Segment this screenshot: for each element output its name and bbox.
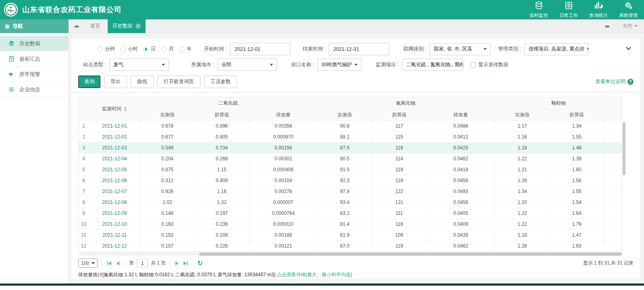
table-row[interactable]: 22021-12-020.6770.9050.00097088.11150.04…	[79, 132, 622, 143]
monitor-time-cell: 2021-12-03	[89, 143, 140, 153]
table-row[interactable]: 82021-12-081.021.320.00050793.41210.0456…	[79, 197, 622, 208]
col-subheader	[604, 109, 622, 121]
close-tab-icon[interactable]: ×	[135, 23, 141, 29]
monitor-time-cell: 2021-12-01	[89, 121, 140, 132]
value-cell: 1.02	[140, 197, 195, 208]
value-cell: 0.209	[195, 230, 249, 241]
direct-data-label: 显示直传数据	[478, 61, 509, 68]
value-cell: 0.157	[140, 241, 195, 252]
sidebar-item-exceed-summary[interactable]: 超标汇总	[0, 51, 68, 67]
vertical-scrollbar[interactable]	[623, 122, 625, 175]
horizontal-scrollbar-thumb[interactable]	[199, 252, 622, 256]
monitor-time-cell: 2021-12-11	[89, 230, 140, 241]
radio-label: 分钟	[105, 46, 115, 53]
unit-description-link[interactable]: 查看单位说明 ?	[595, 78, 634, 85]
start-time-input[interactable]	[230, 43, 290, 55]
value-cell: 1.60	[550, 164, 604, 175]
table-row[interactable]: 112021-12-110.1530.2090.0018881.91090.04…	[79, 230, 622, 241]
first-page-button[interactable]	[106, 261, 113, 265]
divider	[170, 260, 170, 267]
value-cell: 121	[372, 197, 427, 208]
refresh-icon[interactable]: ↻	[197, 260, 202, 267]
table-row[interactable]: 122021-12-120.1570.2260.0012187.01190.04…	[79, 241, 622, 252]
table-row[interactable]: 92021-12-090.1480.1970.000076483.21110.0…	[79, 208, 622, 219]
value-cell	[604, 230, 622, 241]
row-index-cell: 4	[79, 153, 89, 164]
collapse-filters-icon[interactable]	[626, 45, 631, 50]
city-select[interactable]: 全部	[217, 59, 277, 71]
close-tabs-label: 关闭	[623, 23, 632, 29]
topnav-query-stats[interactable]: 查询统计	[589, 1, 608, 19]
monitor-time-cell: 2021-12-06	[89, 175, 140, 186]
open-new-query-button[interactable]: 打开新查询页	[157, 76, 200, 88]
manage-type-select[interactable]: 违规项目, 高架源, 重点排	[524, 43, 589, 55]
tabs-scroll-left-icon[interactable]: ◀◀	[69, 24, 83, 28]
value-cell	[604, 197, 622, 208]
sidebar-item-company-info[interactable]: 企业信息	[0, 82, 68, 97]
row-index-cell: 11	[79, 230, 89, 241]
condition-params-button[interactable]: 工况参数	[204, 76, 237, 88]
emission-summary: 排放量统计[氮氧化物:1.32 t, 颗粒物:0.0162 t, 二氧化硫.:0…	[78, 271, 634, 278]
table-row[interactable]: 12021-12-010.6780.8960.0035690.61170.048…	[79, 121, 622, 132]
site-type-select[interactable]: 废气	[109, 59, 169, 71]
row-index-cell: 5	[79, 164, 89, 175]
end-time-input[interactable]	[329, 43, 389, 55]
curve-button[interactable]: 曲线	[131, 76, 154, 88]
period-radio-日[interactable]: 日	[143, 46, 156, 53]
tab-history-data[interactable]: 历史数据×	[108, 19, 146, 33]
table-header-sub-row: 实测值折算值排放量实测值折算值排放量实测值折算值	[79, 109, 622, 121]
start-time-label: 开始时间 :	[204, 46, 227, 53]
value-cell: 0.0456	[427, 175, 495, 186]
detail-link[interactable]: 点击查看详情[最大、最小和平均值]	[277, 272, 352, 277]
value-cell	[604, 208, 622, 219]
tab-home[interactable]: 首页	[83, 19, 108, 33]
table-row[interactable]: 62021-12-060.3120.4090.0010492.31190.045…	[79, 175, 622, 186]
row-index-cell: 2	[79, 132, 89, 143]
next-page-button[interactable]	[174, 261, 179, 265]
close-tabs-menu[interactable]: 关闭	[623, 23, 638, 29]
period-radio-小时[interactable]: 小时	[120, 46, 138, 53]
value-cell: 0.0418	[427, 164, 495, 175]
value-cell: 1.21	[495, 164, 550, 175]
table-row[interactable]: 72021-12-070.9261.160.0027697.81220.0493…	[79, 186, 622, 197]
horizontal-scrollbar	[78, 252, 622, 256]
period-radio-分钟[interactable]: 分钟	[97, 46, 115, 53]
col-header-index	[79, 97, 89, 121]
row-index-cell: 1	[79, 121, 89, 132]
value-cell: 1.55	[550, 186, 604, 197]
page-size-select[interactable]: 100	[78, 258, 98, 268]
topnav-label: 日常工作	[559, 13, 578, 19]
database-icon	[534, 1, 544, 12]
end-time-label: 结束时间 :	[302, 46, 325, 53]
topnav-daily-work[interactable]: 日常工作	[559, 1, 578, 19]
table-row[interactable]: 52021-12-050.8751.150.00040691.51190.041…	[79, 164, 622, 175]
value-cell: 119	[372, 164, 427, 175]
prev-page-button[interactable]	[115, 261, 121, 265]
direct-data-checkbox[interactable]	[471, 62, 476, 67]
table-row[interactable]: 42021-12-040.2040.2680.0030290.51140.046…	[79, 153, 622, 164]
monitor-items-select[interactable]: 二氧化硫., 氮氧化物., 颗粒	[402, 59, 463, 71]
table-row[interactable]: 102021-12-100.1630.2360.00031081.41160.0…	[79, 219, 622, 230]
value-cell: 109	[372, 230, 427, 241]
table-row[interactable]: 32021-12-030.5490.7340.0015687.51160.042…	[79, 143, 622, 153]
topnav-realtime-monitor[interactable]: 实时监控	[529, 1, 548, 19]
period-radio-月[interactable]: 月	[161, 46, 174, 53]
table-header-group-row: 监测时间二氧化硫.氮氧化物.颗粒物	[79, 97, 622, 109]
last-page-button[interactable]	[182, 261, 189, 265]
value-cell	[604, 121, 622, 132]
sidebar-item-history-data[interactable]: 历史数据	[0, 36, 68, 51]
period-radio-年[interactable]: 年	[179, 46, 192, 53]
export-button[interactable]: 导出	[104, 76, 127, 88]
chevron-down-icon	[587, 48, 589, 52]
row-index-cell: 7	[79, 186, 89, 197]
page-number-input[interactable]	[137, 259, 148, 267]
outlet-select[interactable]: 30吨燃气锅炉	[317, 59, 362, 71]
sidebar-item-abnormal-alarm[interactable]: 异常报警	[0, 67, 68, 82]
query-button[interactable]: 查询	[78, 76, 100, 88]
topnav-system-manage[interactable]: 系统管理	[619, 1, 638, 19]
col-header-time[interactable]: 监测时间	[89, 97, 140, 121]
tabs-scroll-right-icon[interactable]: ▶▶	[600, 24, 615, 28]
value-cell: 1.55	[550, 132, 604, 143]
value-cell	[604, 175, 622, 186]
network-level-select[interactable]: 国家, 省, 市, 区县	[429, 43, 491, 55]
